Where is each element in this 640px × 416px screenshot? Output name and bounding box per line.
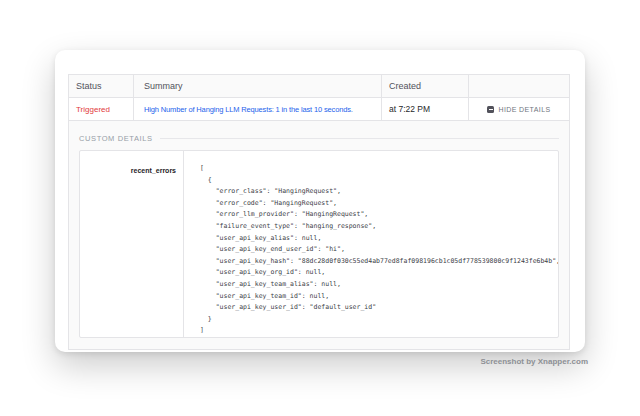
created-cell: at 7:22 PM — [382, 98, 469, 120]
custom-details-heading-row: CUSTOM DETAILS — [79, 133, 559, 143]
watermark: Screenshot by Xnapper.com — [480, 357, 588, 366]
table-row: Triggered High Number of Hanging LLM Req… — [69, 98, 569, 121]
alert-details-card: Status Summary Created Triggered High Nu… — [55, 50, 585, 352]
table-header-row: Status Summary Created — [69, 75, 569, 98]
minus-square-icon — [487, 106, 494, 113]
column-header-created: Created — [382, 75, 469, 97]
hide-details-label: HIDE DETAILS — [498, 106, 550, 113]
alerts-table: Status Summary Created Triggered High Nu… — [68, 74, 570, 350]
column-header-actions — [469, 75, 569, 97]
json-payload: [ { "error_class": "HangingRequest", "er… — [184, 151, 558, 337]
actions-cell: HIDE DETAILS — [469, 98, 569, 120]
custom-details-box: recent_errors [ { "error_class": "Hangin… — [79, 150, 559, 338]
summary-link[interactable]: High Number of Hanging LLM Requests: 1 i… — [144, 105, 353, 114]
summary-cell: High Number of Hanging LLM Requests: 1 i… — [134, 98, 382, 120]
detail-key-column: recent_errors — [80, 151, 184, 337]
column-header-status: Status — [69, 75, 134, 97]
created-timestamp: at 7:22 PM — [389, 104, 430, 114]
status-badge: Triggered — [76, 105, 110, 114]
custom-details-heading: CUSTOM DETAILS — [79, 134, 153, 143]
detail-key: recent_errors — [131, 167, 176, 174]
hide-details-button[interactable]: HIDE DETAILS — [487, 106, 550, 113]
column-header-summary: Summary — [134, 75, 382, 97]
heading-divider — [160, 138, 559, 139]
page: Status Summary Created Triggered High Nu… — [0, 0, 640, 416]
expanded-details-panel: CUSTOM DETAILS recent_errors [ { "error_… — [69, 121, 569, 349]
status-cell: Triggered — [69, 98, 134, 120]
